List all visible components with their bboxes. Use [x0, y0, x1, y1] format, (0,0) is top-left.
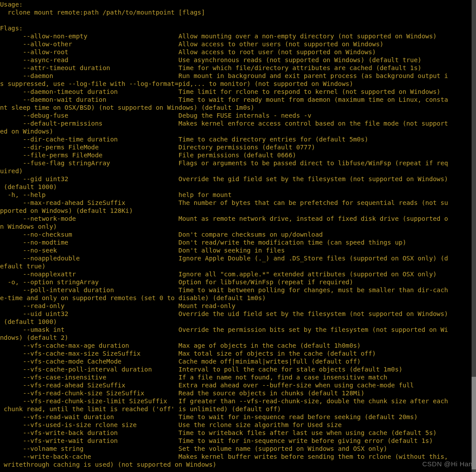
terminal-output: Usage: rclone mount remote:path /path/to… [0, 0, 476, 468]
watermark-text: CSDN @Hi Han [422, 460, 472, 468]
scrollbar-thumb[interactable] [472, 377, 476, 468]
